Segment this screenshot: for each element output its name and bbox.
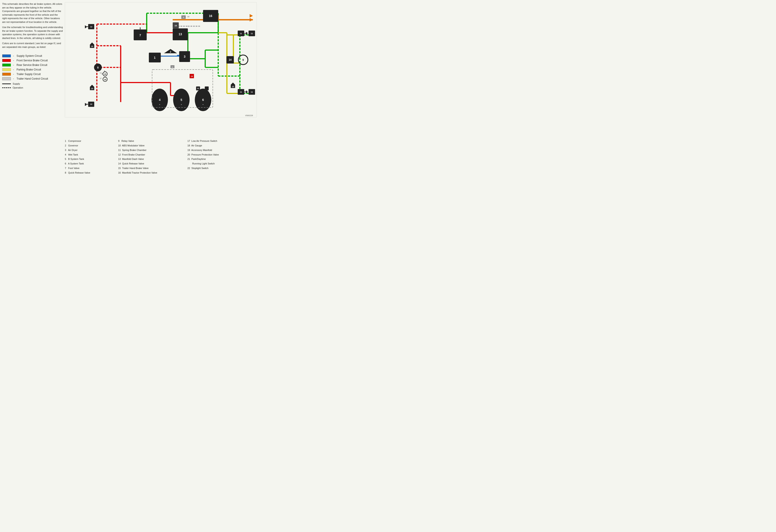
parts-list: 1 Compressor 2 Governor 3 Air Dryer 4 We… — [65, 138, 257, 175]
svg-text:11: 11 — [240, 91, 242, 93]
svg-text:+: + — [181, 103, 182, 106]
svg-text:10: 10 — [91, 87, 93, 89]
part-12: 12 Front Brake Chamber — [118, 153, 188, 157]
desc-para-1: This schematic describes the air brake s… — [2, 2, 63, 24]
part-11: 11 Spring Brake Chamber — [118, 148, 188, 153]
svg-text:22: 22 — [188, 16, 189, 18]
part-4: 4 Wet Tank — [65, 153, 118, 157]
main-container: This schematic describes the air brake s… — [0, 0, 259, 177]
svg-text:1: 1 — [154, 56, 156, 59]
svg-text:22: 22 — [183, 17, 184, 18]
legend-item-parking: - Parking Brake Circuit — [2, 68, 63, 71]
part-14: 14 Quick Release Valve — [118, 162, 188, 166]
svg-text:3: 3 — [184, 55, 186, 58]
svg-text:9: 9 — [242, 58, 244, 61]
desc-para-2: Use the schematic for troubleshooting an… — [2, 25, 63, 40]
legend-section: - Supply System Circuit - Front Service … — [2, 54, 63, 89]
trailer-hand-swatch — [2, 77, 11, 80]
svg-text:17: 17 — [100, 77, 102, 79]
svg-text:8: 8 — [97, 66, 99, 69]
svg-text:6: 6 — [202, 98, 204, 101]
supply-line-label: Supply — [13, 82, 20, 85]
part-7: 7 Foot Valve — [65, 166, 118, 171]
svg-text:10: 10 — [232, 85, 234, 88]
schematic-diagram: 7 8 13 16 15 1 — [65, 2, 257, 117]
version-text: V560228 — [245, 114, 253, 116]
parts-col-3: 17 Low Air Pressure Switch 18 Air Gauge … — [188, 139, 257, 175]
svg-marker-47 — [249, 14, 253, 18]
svg-text:11: 11 — [251, 91, 253, 93]
svg-text:12: 12 — [90, 26, 92, 28]
desc-para-3: Colors are to current standard ( see lis… — [2, 41, 63, 49]
parking-swatch — [2, 68, 11, 71]
rear-service-swatch — [2, 63, 11, 66]
part-20: 20 Pressure Protection Valve — [188, 153, 257, 157]
part-3: 3 Air Dryer — [65, 148, 118, 153]
svg-text:5: 5 — [181, 98, 182, 101]
svg-text:11: 11 — [251, 32, 253, 35]
part-5: 5 B System Tank — [65, 157, 118, 162]
svg-marker-78 — [85, 25, 86, 28]
legend-item-supply-system: - Supply System Circuit — [2, 54, 63, 57]
svg-text:7: 7 — [139, 33, 141, 37]
diagram-container: 7 8 13 16 15 1 — [65, 2, 257, 136]
part-19: 19 Accessory Manifold — [188, 148, 257, 153]
svg-text:18: 18 — [104, 78, 106, 81]
svg-marker-82 — [85, 103, 86, 106]
dashed-line-icon — [2, 87, 11, 88]
svg-text:12: 12 — [90, 103, 92, 105]
part-18: 18 Air Gauge — [188, 143, 257, 148]
part-16: 16 Manifold Tractor Protection Valve — [118, 171, 188, 175]
svg-text:16: 16 — [209, 14, 212, 18]
part-21: 21 Park/Daytime — [188, 157, 257, 162]
part-9: 9 Relay Valve — [118, 139, 188, 143]
supply-line-legend: Supply — [2, 82, 63, 85]
part-2: 2 Governor — [65, 143, 118, 148]
front-service-swatch — [2, 59, 11, 62]
part-15: 15 Trailer Hand Brake Valve — [118, 166, 188, 171]
svg-text:15: 15 — [175, 24, 177, 27]
trailer-supply-label: Trailer Supply Circuit — [17, 73, 41, 76]
svg-text:18: 18 — [104, 73, 106, 75]
svg-text:17: 17 — [100, 72, 102, 74]
svg-text:2: 2 — [170, 50, 171, 53]
svg-text:+: + — [202, 103, 204, 106]
operation-line-legend: Operation — [2, 86, 63, 89]
operation-line-label: Operation — [13, 86, 23, 89]
svg-text:14: 14 — [229, 58, 232, 61]
svg-text:10: 10 — [91, 45, 93, 47]
parts-col-1: 1 Compressor 2 Governor 3 Air Dryer 4 We… — [65, 139, 118, 175]
rear-service-label: Rear Service Brake Circuit — [17, 63, 47, 66]
legend-item-trailer-hand: - Trailer Hand Control Circuit — [2, 77, 63, 80]
svg-text:+: + — [159, 103, 160, 106]
trailer-supply-swatch — [2, 73, 11, 76]
parts-col-2: 9 Relay Valve 10 ABS Modulator Valve 11 … — [118, 139, 188, 175]
description-block: This schematic describes the air brake s… — [2, 2, 63, 50]
supply-system-swatch — [2, 54, 11, 57]
trailer-hand-label: Trailer Hand Control Circuit — [17, 77, 48, 80]
part-1: 1 Compressor — [65, 139, 118, 143]
part-22: 22 Stoplight Switch — [188, 166, 257, 171]
front-service-label: Front Service Brake Circuit — [17, 59, 48, 62]
svg-text:21: 21 — [172, 66, 173, 68]
svg-text:13: 13 — [179, 32, 182, 36]
part-17: 17 Low Air Pressure Switch — [188, 139, 257, 143]
part-8: 8 Quick Release Valve — [65, 171, 118, 175]
svg-text:11: 11 — [240, 32, 242, 35]
left-panel: This schematic describes the air brake s… — [2, 2, 63, 175]
parking-label: Parking Brake Circuit — [17, 68, 41, 71]
svg-text:19: 19 — [191, 75, 193, 77]
part-10: 10 ABS Modulator Valve — [118, 143, 188, 148]
solid-line-icon — [2, 83, 11, 84]
part-6: 6 A System Tank — [65, 162, 118, 166]
part-13: 13 Manifold Dash Valve — [118, 157, 188, 162]
legend-item-trailer-supply: - Trailer Supply Circuit — [2, 73, 63, 76]
legend-item-rear-service: - Rear Service Brake Circuit — [2, 63, 63, 66]
legend-item-front-service: - Front Service Brake Circuit — [2, 59, 63, 62]
svg-text:4: 4 — [159, 98, 161, 101]
part-21b: Running Light Switch — [188, 162, 257, 166]
svg-text:20: 20 — [197, 87, 199, 89]
supply-system-label: Supply System Circuit — [17, 54, 42, 57]
